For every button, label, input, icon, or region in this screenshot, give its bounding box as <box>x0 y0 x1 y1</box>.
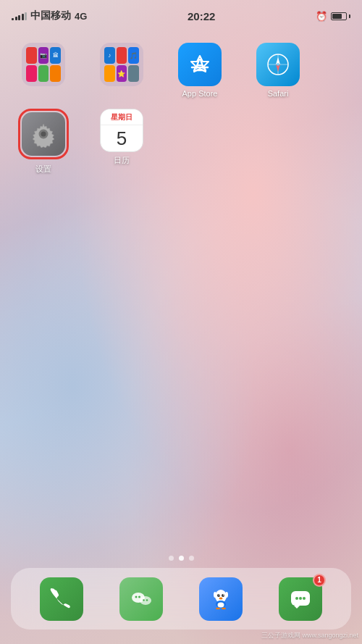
mini-icon <box>26 65 37 82</box>
time-display: 20:22 <box>188 10 215 22</box>
calendar-label: 日历 <box>114 155 130 166</box>
svg-point-32 <box>299 597 302 600</box>
carrier-info: 中国移动 4G <box>12 9 87 22</box>
home-screen: 📷 🏛 ♪ 🎵 ⭐ <box>0 32 362 557</box>
folder-icon-1: 📷 🏛 <box>22 43 65 86</box>
mini-icon <box>104 65 115 82</box>
qq-icon <box>199 577 243 621</box>
dock: 1 <box>11 568 351 630</box>
svg-point-24 <box>218 602 224 607</box>
settings-app[interactable]: 设置 <box>14 109 72 175</box>
folder-app-2[interactable]: ♪ 🎵 ⭐ <box>93 43 151 98</box>
svg-point-14 <box>138 595 140 598</box>
appstore-icon: A <box>178 43 222 86</box>
phone-logo <box>50 587 73 611</box>
svg-point-20 <box>219 594 220 595</box>
svg-point-28 <box>225 592 228 598</box>
status-icons: ⏰ <box>316 11 350 22</box>
mini-icon: ♪ <box>104 47 115 64</box>
svg-point-15 <box>143 599 145 601</box>
mini-icon <box>50 65 61 82</box>
svg-point-18 <box>217 594 220 597</box>
network-type: 4G <box>75 11 87 22</box>
appstore-app[interactable]: A App Store <box>171 43 229 98</box>
messages-dock-icon[interactable]: 1 <box>279 577 322 621</box>
page-dots <box>0 556 362 561</box>
svg-point-21 <box>223 594 224 595</box>
gear-logo <box>30 120 57 148</box>
icon-row-2: 设置 星期日 5 日历 <box>14 109 348 175</box>
svg-point-22 <box>219 597 223 599</box>
mini-icon <box>117 47 127 64</box>
settings-label: 设置 <box>35 164 51 175</box>
svg-point-19 <box>222 594 224 597</box>
dot-0 <box>169 556 174 561</box>
calendar-app[interactable]: 星期日 5 日历 <box>93 109 151 175</box>
messages-badge: 1 <box>313 574 326 587</box>
appstore-label: App Store <box>182 89 218 98</box>
svg-point-16 <box>146 599 148 601</box>
mini-icon: 📷 <box>38 47 49 64</box>
svg-marker-30 <box>294 606 300 609</box>
safari-label: Safari <box>268 89 289 98</box>
safari-icon <box>256 43 300 86</box>
battery-icon <box>331 12 350 20</box>
svg-point-10 <box>41 132 46 137</box>
mini-icon <box>128 65 139 82</box>
wechat-dock-icon[interactable] <box>119 577 163 621</box>
carrier-name: 中国移动 <box>30 9 71 22</box>
appstore-logo: A <box>187 51 213 78</box>
svg-point-33 <box>303 597 306 600</box>
mini-icon: 🎵 <box>128 47 139 64</box>
safari-app[interactable]: Safari <box>249 43 307 98</box>
dot-2 <box>189 556 194 561</box>
calendar-icon: 星期日 5 <box>100 109 143 152</box>
svg-point-26 <box>222 607 226 609</box>
folder-app-1[interactable]: 📷 🏛 <box>14 43 72 98</box>
qq-dock-icon[interactable] <box>199 577 243 621</box>
svg-point-25 <box>216 607 220 609</box>
messages-logo <box>288 587 313 611</box>
wechat-logo <box>128 586 154 612</box>
mini-icon <box>38 65 49 82</box>
signal-icon <box>12 12 27 20</box>
svg-point-31 <box>295 597 298 600</box>
icon-row-1: 📷 🏛 ♪ 🎵 ⭐ <box>14 43 348 98</box>
svg-point-13 <box>135 595 138 598</box>
status-bar: 中国移动 4G 20:22 ⏰ <box>0 0 362 32</box>
mini-icon: ⭐ <box>117 65 127 82</box>
safari-logo <box>265 51 291 78</box>
messages-icon: 1 <box>279 577 322 621</box>
svg-text:A: A <box>195 56 205 72</box>
settings-highlight-border <box>18 109 69 159</box>
calendar-date-number: 5 <box>117 125 127 151</box>
svg-point-12 <box>140 596 151 605</box>
svg-point-27 <box>214 592 216 598</box>
alarm-icon: ⏰ <box>316 11 327 22</box>
calendar-day-name: 星期日 <box>101 109 143 125</box>
dot-1 <box>179 556 184 561</box>
mini-icon <box>26 47 37 64</box>
phone-dock-icon[interactable] <box>40 577 83 621</box>
mini-icon: 🏛 <box>50 47 61 64</box>
wechat-icon <box>119 577 163 621</box>
qq-logo <box>208 586 234 612</box>
settings-icon <box>22 112 65 156</box>
folder-icon-2: ♪ 🎵 ⭐ <box>100 43 143 86</box>
watermark: 三公子游戏网 www.sangongzi.net <box>261 631 358 640</box>
phone-icon <box>40 577 83 621</box>
